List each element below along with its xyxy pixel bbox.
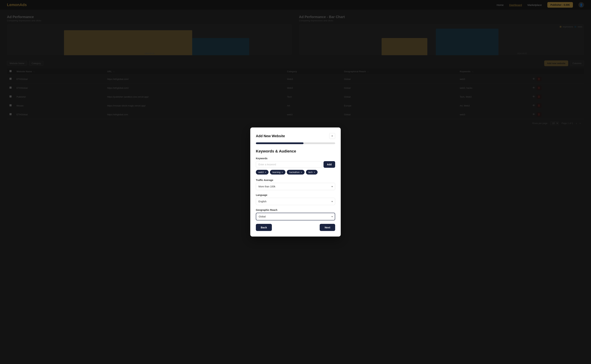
- modal-add-website: Add New Website × Keywords & Audience Ke…: [250, 127, 341, 237]
- tag-tech-remove[interactable]: ×: [314, 171, 315, 174]
- keyword-input[interactable]: [256, 161, 322, 168]
- tags-row: web3 × learning × hackathon × tech ×: [256, 170, 335, 175]
- modal-title: Add New Website: [256, 134, 285, 138]
- geo-select-wrapper: Global Europe North America Asia South A…: [256, 213, 335, 220]
- modal-overlay[interactable]: Add New Website × Keywords & Audience Ke…: [0, 0, 591, 364]
- traffic-select[interactable]: More than 100k Less than 10k 10k-50k 50k…: [256, 183, 335, 190]
- tag-learning-remove[interactable]: ×: [282, 171, 283, 174]
- language-select-wrapper: English Spanish French German Chinese ▾: [256, 198, 335, 205]
- modal-close-button[interactable]: ×: [329, 133, 335, 139]
- add-keyword-button[interactable]: Add: [323, 161, 335, 168]
- tag-hackathon: hackathon ×: [287, 170, 305, 175]
- next-button[interactable]: Next: [320, 224, 335, 231]
- keyword-input-row: Add: [256, 161, 335, 168]
- tag-hackathon-label: hackathon: [289, 171, 300, 174]
- tag-web3-label: web3: [258, 171, 264, 174]
- traffic-label: Traffic Average: [256, 179, 335, 182]
- traffic-select-wrapper: More than 100k Less than 10k 10k-50k 50k…: [256, 183, 335, 190]
- modal-footer: Back Next: [256, 224, 335, 231]
- tag-learning-label: learning: [272, 171, 280, 174]
- tag-web3-remove[interactable]: ×: [265, 171, 266, 174]
- language-select[interactable]: English Spanish French German Chinese: [256, 198, 335, 205]
- tag-web3: web3 ×: [256, 170, 269, 175]
- keywords-label: Keywords: [256, 157, 335, 160]
- tag-learning: learning ×: [270, 170, 285, 175]
- tag-tech-label: tech: [308, 171, 313, 174]
- back-button[interactable]: Back: [256, 224, 272, 231]
- progress-bar-container: [256, 143, 335, 144]
- modal-header: Add New Website ×: [256, 133, 335, 139]
- language-label: Language: [256, 194, 335, 196]
- geo-label: Geographic Reach: [256, 208, 335, 211]
- geo-select[interactable]: Global Europe North America Asia South A…: [256, 213, 335, 220]
- progress-bar-fill: [256, 143, 303, 144]
- tag-tech: tech ×: [306, 170, 318, 175]
- tag-hackathon-remove[interactable]: ×: [301, 171, 302, 174]
- section-title: Keywords & Audience: [256, 149, 335, 154]
